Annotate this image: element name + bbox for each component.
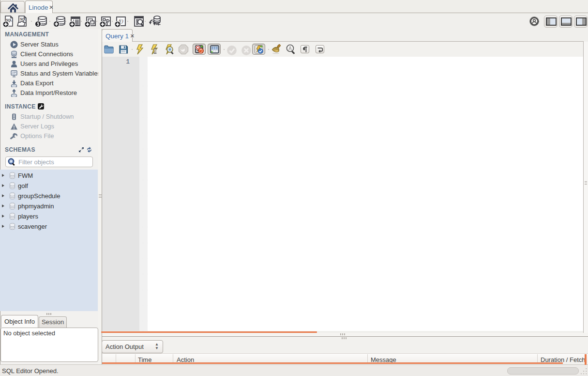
svg-text:SQL: SQL: [20, 17, 26, 21]
